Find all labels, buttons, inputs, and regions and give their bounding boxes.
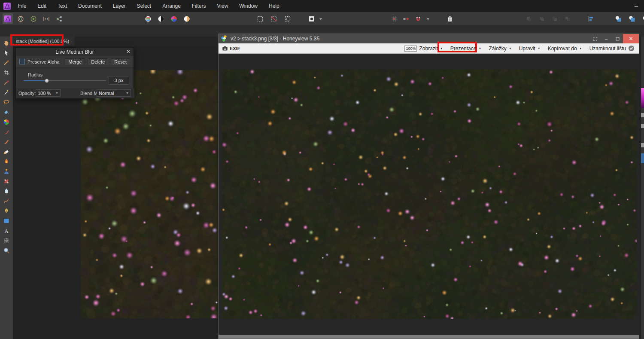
color-panel-edge xyxy=(641,88,644,108)
caret-down-icon: ▼ xyxy=(509,47,512,50)
auto-colours-icon[interactable] xyxy=(169,13,179,24)
pixel-grid-icon[interactable] xyxy=(389,13,399,24)
artistic-text-tool[interactable]: A xyxy=(0,226,13,235)
delete-icon[interactable] xyxy=(445,13,455,24)
bookmarks-menu[interactable]: Záložky▼ xyxy=(489,46,511,52)
snapping-magnet-icon[interactable] xyxy=(413,13,423,24)
smudge-tool[interactable] xyxy=(0,196,13,206)
honeyview-window: v2 > stack3.png [3/3] - Honeyview 5.35 –… xyxy=(218,34,639,339)
radius-label: Radius xyxy=(28,72,43,77)
window-minimize-button[interactable]: – xyxy=(601,34,612,43)
menu-select[interactable]: Select xyxy=(131,0,157,12)
menu-file[interactable]: File xyxy=(12,0,32,12)
window-close-button[interactable]: ✕ xyxy=(623,34,639,43)
honeyview-window-title: v2 > stack3.png [3/3] - Honeyview 5.35 xyxy=(231,36,319,42)
rectangle-tool[interactable] xyxy=(0,216,13,226)
colour-replacement-brush-tool[interactable] xyxy=(0,137,13,147)
pen-tool[interactable] xyxy=(0,206,13,216)
honeyview-viewer-area xyxy=(219,54,639,335)
menu-view[interactable]: View xyxy=(212,0,234,12)
dialog-close-icon[interactable]: ✕ xyxy=(126,49,131,55)
freehand-selection-tool[interactable] xyxy=(0,97,13,107)
blur-tool[interactable] xyxy=(0,186,13,196)
preserve-alpha-checkbox[interactable] xyxy=(19,59,25,64)
honeyview-title-bar[interactable]: v2 > stack3.png [3/3] - Honeyview 5.35 –… xyxy=(219,34,639,43)
move-to-back-icon[interactable] xyxy=(562,13,573,24)
auto-white-balance-icon[interactable] xyxy=(182,13,192,24)
dialog-footer: Opacity: 100 %▼ Blend Mode: Normal▼ xyxy=(16,88,134,98)
geometry-subtract-icon[interactable] xyxy=(627,13,637,24)
healing-brush-tool[interactable] xyxy=(0,176,13,186)
caret-down-icon: ▼ xyxy=(126,92,129,95)
menu-help[interactable]: Help xyxy=(263,0,285,12)
move-by-whole-pixels-icon[interactable] xyxy=(401,13,411,24)
burn-tool[interactable] xyxy=(0,156,13,166)
caret-down-icon: ▼ xyxy=(538,47,541,50)
alignment-icon[interactable] xyxy=(586,13,596,24)
window-maximize-button[interactable] xyxy=(612,34,623,43)
menu-text[interactable]: Text xyxy=(52,0,73,12)
geometry-add-icon[interactable] xyxy=(613,13,623,24)
crop-tool[interactable] xyxy=(0,67,13,77)
menu-arrange[interactable]: Arrange xyxy=(157,0,186,12)
paint-brush-tool[interactable] xyxy=(0,127,13,137)
blend-mode-dropdown[interactable]: Normal▼ xyxy=(97,89,131,97)
radius-slider[interactable] xyxy=(24,78,106,83)
caret-down-icon: ▼ xyxy=(579,47,582,50)
right-studio-panel-edge xyxy=(641,37,644,339)
honeyview-starfield-image[interactable] xyxy=(222,69,637,319)
snapping-dropdown-icon[interactable] xyxy=(425,13,431,24)
zoom-tool[interactable] xyxy=(0,245,13,255)
invert-selection-icon[interactable] xyxy=(283,13,293,24)
copy-to-menu[interactable]: Kopírovat do▼ xyxy=(548,46,582,52)
assistant-dropdown-icon[interactable] xyxy=(318,13,324,24)
export-persona-icon[interactable] xyxy=(54,13,64,24)
move-forward-icon[interactable] xyxy=(537,13,547,24)
menu-layer[interactable]: Layer xyxy=(107,0,131,12)
opacity-label: Opacity: xyxy=(18,91,36,96)
affinity-document-starfield-image[interactable] xyxy=(81,70,218,318)
menu-filters[interactable]: Filters xyxy=(186,0,212,12)
merge-button[interactable]: Merge xyxy=(65,58,85,65)
selection-marquee-icon[interactable] xyxy=(255,13,265,24)
assistant-options-icon[interactable] xyxy=(307,13,317,24)
move-backward-icon[interactable] xyxy=(550,13,560,24)
layers-panel-selected-row-edge xyxy=(641,153,644,163)
clone-stamp-tool[interactable] xyxy=(0,166,13,176)
honeyview-toolbar: EXIF 100% Zobrazit ▼ Prezentace▼ Záložky… xyxy=(219,43,639,54)
selection-brush-tool[interactable] xyxy=(0,77,13,87)
window-fullscreen-icon[interactable] xyxy=(589,34,601,43)
delete-button[interactable]: Delete xyxy=(88,58,108,65)
lock-icon xyxy=(641,143,644,147)
app-minimize-button[interactable]: – xyxy=(635,4,638,8)
develop-persona-icon[interactable] xyxy=(28,13,39,24)
lock-toolbar-toggle[interactable]: Uzamknout lištu xyxy=(589,45,635,52)
gradient-tool[interactable] xyxy=(0,117,13,127)
edit-menu[interactable]: Upravit▼ xyxy=(519,46,541,52)
radius-value-field[interactable]: 3 px xyxy=(109,76,129,85)
deselect-icon[interactable] xyxy=(269,13,279,24)
flood-fill-tool[interactable] xyxy=(0,107,13,117)
liquify-persona-icon[interactable] xyxy=(15,13,26,24)
colour-picker-tool[interactable] xyxy=(0,58,13,67)
opacity-dropdown[interactable]: 100 %▼ xyxy=(36,89,61,97)
mesh-warp-tool[interactable] xyxy=(0,235,13,245)
menu-document[interactable]: Document xyxy=(73,0,107,12)
reset-button[interactable]: Reset xyxy=(111,58,130,65)
dialog-title-bar[interactable]: Live Median Blur ✕ xyxy=(16,48,134,56)
geometry-intersect-icon[interactable] xyxy=(641,13,644,24)
move-to-front-icon[interactable] xyxy=(524,13,534,24)
move-tool[interactable] xyxy=(0,48,13,58)
menu-window[interactable]: Window xyxy=(234,0,263,12)
erase-brush-tool[interactable] xyxy=(0,147,13,156)
caret-down-icon: ▼ xyxy=(55,92,58,95)
menu-edit[interactable]: Edit xyxy=(32,0,52,12)
exif-button[interactable]: EXIF xyxy=(222,46,240,52)
auto-levels-icon[interactable] xyxy=(143,13,153,24)
auto-contrast-icon[interactable] xyxy=(156,13,166,24)
preserve-alpha-label: Preserve Alpha xyxy=(27,59,60,64)
tone-mapping-persona-icon[interactable] xyxy=(41,13,52,24)
affinity-photo-persona-icon[interactable] xyxy=(3,13,13,24)
radius-slider-handle[interactable] xyxy=(45,79,49,83)
flood-select-tool[interactable] xyxy=(0,87,13,97)
